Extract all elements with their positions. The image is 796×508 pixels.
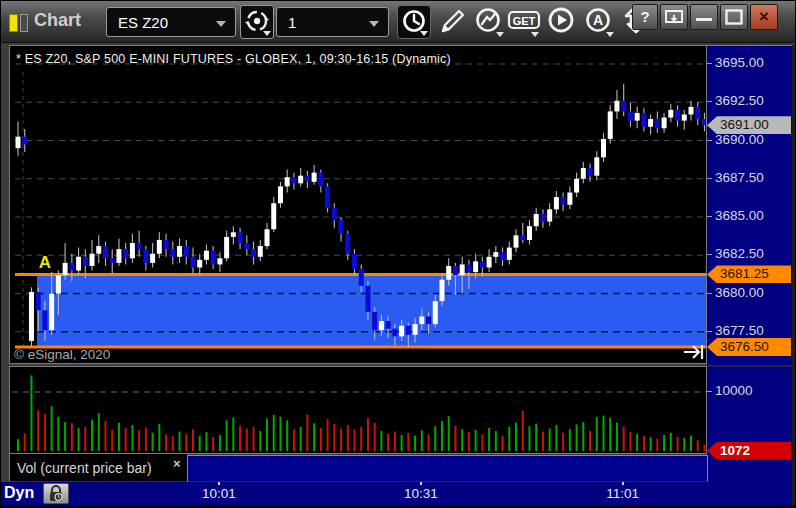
copyright-label: © eSignal, 2020 — [14, 347, 110, 362]
price-tick-label: 3677.50 — [715, 323, 764, 338]
price-tick-mark — [707, 63, 712, 64]
dock-icon — [661, 5, 687, 29]
symbol-settings-button[interactable] — [240, 5, 274, 39]
minimize-icon — [691, 5, 717, 29]
price-tick-mark — [707, 101, 712, 102]
volume-label-strip: Vol (current price bar) × — [9, 454, 187, 482]
close-icon: × — [759, 7, 769, 26]
lock-clock-icon — [44, 484, 68, 503]
get-data-button[interactable]: GET — [507, 5, 541, 39]
svg-text:A: A — [593, 12, 603, 28]
chart-title: * ES Z20, S&P 500 E-MINI FUTURES - GLOBE… — [16, 52, 451, 66]
window-right-edge — [792, 45, 796, 505]
close-study-icon[interactable]: × — [173, 456, 181, 471]
price-tick-mark — [707, 293, 712, 294]
horizontal-scrollbar[interactable] — [187, 455, 708, 482]
pane-divider — [707, 365, 792, 367]
time-tick-label: 10:01 — [202, 486, 236, 501]
dock-window-button[interactable] — [660, 4, 688, 30]
close-button[interactable]: × — [750, 4, 778, 30]
chevron-down-icon — [369, 21, 379, 27]
time-axis[interactable]: Dyn 10:0110:3111:01 — [1, 482, 796, 505]
chevron-down-icon — [263, 31, 271, 36]
price-tick-label: 3692.50 — [715, 93, 764, 108]
volume-bars-layer — [17, 375, 705, 451]
zone-top-price-tag[interactable]: 3681.25 — [707, 265, 791, 283]
zone-bottom-price-tag[interactable]: 3676.50 — [707, 338, 791, 356]
price-axis[interactable]: 3695.003692.503690.003687.503685.003682.… — [707, 45, 792, 482]
price-tick-mark — [707, 254, 712, 255]
svg-text:GET: GET — [513, 15, 536, 27]
window-color-tab-secondary-icon — [20, 14, 28, 32]
price-tick-label: 3682.50 — [715, 246, 764, 261]
price-tick-mark — [707, 216, 712, 217]
time-tick-mark — [218, 482, 220, 485]
candlestick-chart: A© eSignal, 2020 — [10, 46, 706, 363]
pencil-icon — [437, 5, 469, 37]
interval-dropdown-value: 1 — [288, 14, 296, 31]
window-title: Chart — [34, 10, 81, 31]
chevron-down-icon — [216, 21, 226, 27]
help-label: ? — [640, 8, 649, 25]
auto-trade-button[interactable]: A — [582, 5, 616, 39]
toolbar: Chart ES Z20 1 — [1, 1, 796, 43]
symbol-dropdown-value: ES Z20 — [118, 14, 168, 31]
volume-tick-label: 10000 — [715, 383, 753, 398]
time-tick-label: 10:31 — [404, 486, 438, 501]
trade-marker-a: A — [39, 253, 51, 272]
chevron-down-icon — [531, 32, 539, 37]
window-color-tab-icon — [9, 14, 18, 32]
draw-tool-button[interactable] — [437, 5, 471, 39]
price-tick-mark — [707, 178, 712, 179]
price-tick-label: 3695.00 — [715, 55, 764, 70]
symbol-dropdown[interactable]: ES Z20 — [106, 7, 236, 37]
time-tick-mark — [622, 482, 624, 485]
play-icon — [545, 5, 577, 37]
price-tick-mark — [707, 140, 712, 141]
price-tick-mark — [707, 331, 712, 332]
maximize-icon — [721, 5, 747, 29]
volume-pane[interactable] — [9, 366, 707, 454]
time-tick-label: 11:01 — [606, 486, 639, 501]
interval-dropdown[interactable]: 1 — [276, 7, 389, 37]
time-interval-button[interactable] — [397, 5, 431, 39]
time-tick-mark — [420, 482, 422, 485]
chevron-down-icon — [606, 32, 614, 37]
maximize-button[interactable] — [720, 4, 748, 30]
last-volume-tag[interactable]: 1072 — [707, 442, 791, 460]
studies-button[interactable] — [472, 5, 506, 39]
last-price-tag[interactable]: 3691.00 — [707, 116, 791, 134]
scale-lock-button[interactable] — [43, 483, 69, 504]
price-chart-pane[interactable]: A© eSignal, 2020 * ES Z20, S&P 500 E-MIN… — [9, 45, 707, 364]
chart-window: Chart ES Z20 1 — [0, 0, 796, 508]
help-button[interactable]: ? — [632, 4, 658, 30]
price-tick-label: 3680.00 — [715, 285, 764, 300]
play-replay-button[interactable] — [545, 5, 579, 39]
price-tick-label: 3685.00 — [715, 208, 764, 223]
minimize-button[interactable] — [690, 4, 718, 30]
chevron-down-icon — [420, 31, 428, 36]
chevron-down-icon — [496, 32, 504, 37]
price-tick-label: 3687.50 — [715, 170, 764, 185]
volume-tick-mark — [707, 391, 712, 392]
dynamic-mode-label[interactable]: Dyn — [4, 484, 34, 502]
volume-chart — [10, 367, 706, 453]
volume-study-label: Vol (current price bar) — [17, 460, 152, 476]
